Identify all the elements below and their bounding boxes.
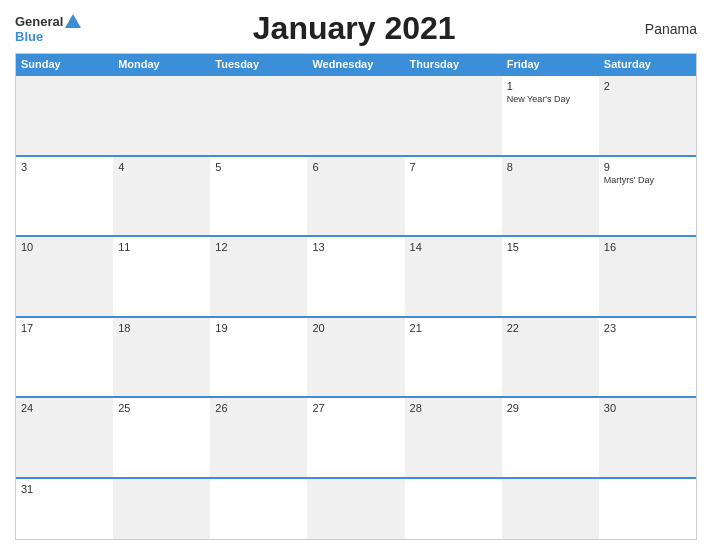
header-thursday: Thursday: [405, 54, 502, 74]
table-row: 30: [599, 398, 696, 477]
header-monday: Monday: [113, 54, 210, 74]
table-row: 24: [16, 398, 113, 477]
calendar-header: Sunday Monday Tuesday Wednesday Thursday…: [16, 54, 696, 74]
table-row: [405, 76, 502, 155]
header-saturday: Saturday: [599, 54, 696, 74]
logo-triangle-icon: [65, 14, 81, 28]
calendar-title: January 2021: [81, 10, 627, 47]
table-row: [113, 479, 210, 539]
table-row: [599, 479, 696, 539]
week-row-2: 3 4 5 6 7 8 9 Martyrs' Day: [16, 155, 696, 236]
table-row: 14: [405, 237, 502, 316]
table-row: 29: [502, 398, 599, 477]
table-row: 12: [210, 237, 307, 316]
table-row: 4: [113, 157, 210, 236]
header: General Blue January 2021 Panama: [15, 10, 697, 47]
table-row: 21: [405, 318, 502, 397]
table-row: 9 Martyrs' Day: [599, 157, 696, 236]
header-friday: Friday: [502, 54, 599, 74]
table-row: [16, 76, 113, 155]
table-row: 11: [113, 237, 210, 316]
week-row-4: 17 18 19 20 21 22 23: [16, 316, 696, 397]
logo: General Blue: [15, 14, 81, 44]
table-row: [307, 76, 404, 155]
table-row: 1 New Year's Day: [502, 76, 599, 155]
week-row-5: 24 25 26 27 28 29 30: [16, 396, 696, 477]
table-row: [210, 76, 307, 155]
table-row: 17: [16, 318, 113, 397]
table-row: 18: [113, 318, 210, 397]
week-row-6: 31: [16, 477, 696, 539]
header-sunday: Sunday: [16, 54, 113, 74]
table-row: 27: [307, 398, 404, 477]
country-label: Panama: [627, 21, 697, 37]
table-row: 3: [16, 157, 113, 236]
table-row: 15: [502, 237, 599, 316]
table-row: 13: [307, 237, 404, 316]
table-row: 10: [16, 237, 113, 316]
table-row: 2: [599, 76, 696, 155]
table-row: 28: [405, 398, 502, 477]
header-tuesday: Tuesday: [210, 54, 307, 74]
table-row: 16: [599, 237, 696, 316]
table-row: 26: [210, 398, 307, 477]
calendar: Sunday Monday Tuesday Wednesday Thursday…: [15, 53, 697, 540]
table-row: [502, 479, 599, 539]
logo-blue-text: Blue: [15, 29, 43, 44]
table-row: 23: [599, 318, 696, 397]
table-row: 8: [502, 157, 599, 236]
table-row: [307, 479, 404, 539]
logo-general-text: General: [15, 14, 63, 29]
week-row-3: 10 11 12 13 14 15 16: [16, 235, 696, 316]
page: General Blue January 2021 Panama Sunday …: [0, 0, 712, 550]
header-wednesday: Wednesday: [307, 54, 404, 74]
table-row: 20: [307, 318, 404, 397]
calendar-body: 1 New Year's Day 2 3 4 5 6 7 8 9 Martyrs…: [16, 74, 696, 539]
week-row-1: 1 New Year's Day 2: [16, 74, 696, 155]
table-row: 6: [307, 157, 404, 236]
table-row: 22: [502, 318, 599, 397]
table-row: 19: [210, 318, 307, 397]
table-row: 7: [405, 157, 502, 236]
table-row: 31: [16, 479, 113, 539]
table-row: 25: [113, 398, 210, 477]
table-row: 5: [210, 157, 307, 236]
table-row: [405, 479, 502, 539]
table-row: [113, 76, 210, 155]
table-row: [210, 479, 307, 539]
